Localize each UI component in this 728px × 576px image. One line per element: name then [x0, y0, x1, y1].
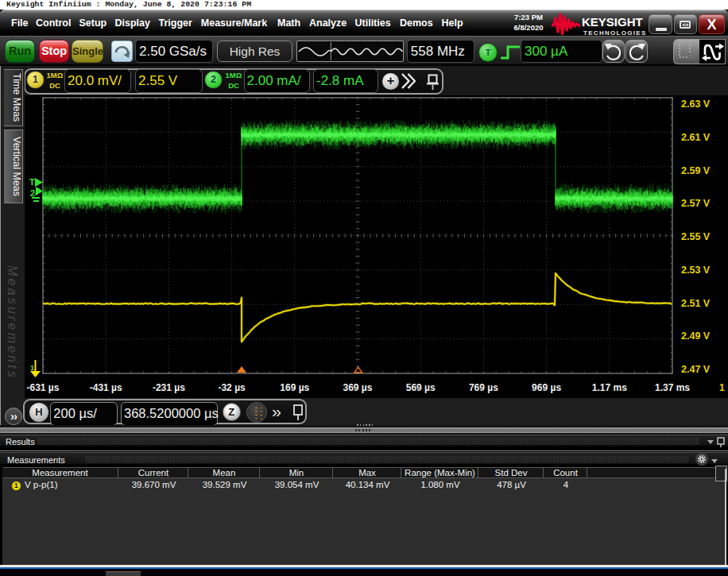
svg-text:769 µs: 769 µs — [469, 382, 498, 393]
svg-text:1: 1 — [30, 364, 34, 372]
svg-text:2.63 V: 2.63 V — [681, 99, 711, 110]
svg-text:2.61 V: 2.61 V — [681, 132, 711, 143]
svg-text:1.37 ms: 1.37 ms — [655, 382, 690, 393]
svg-text:969 µs: 969 µs — [532, 382, 561, 393]
svg-text:369 µs: 369 µs — [343, 382, 373, 393]
svg-text:2.51 V: 2.51 V — [681, 298, 711, 309]
svg-text:2.53 V: 2.53 V — [681, 265, 711, 276]
svg-text:T: T — [29, 177, 35, 187]
svg-text:2.57 V: 2.57 V — [681, 198, 711, 209]
svg-text:2.55 V: 2.55 V — [681, 231, 711, 242]
svg-text:1.17 ms: 1.17 ms — [592, 382, 627, 393]
svg-text:-431 µs: -431 µs — [90, 382, 122, 393]
svg-text:2.59 V: 2.59 V — [681, 165, 711, 176]
svg-text:2: 2 — [30, 188, 35, 198]
svg-text:569 µs: 569 µs — [406, 382, 436, 393]
svg-text:-631 µs: -631 µs — [27, 382, 60, 393]
svg-text:2.49 V: 2.49 V — [681, 331, 711, 342]
svg-text:1: 1 — [719, 382, 725, 393]
svg-text:2.47 V: 2.47 V — [681, 364, 711, 375]
svg-text:-231 µs: -231 µs — [153, 382, 185, 393]
svg-text:-32 µs: -32 µs — [218, 382, 246, 393]
svg-text:169 µs: 169 µs — [280, 382, 309, 393]
